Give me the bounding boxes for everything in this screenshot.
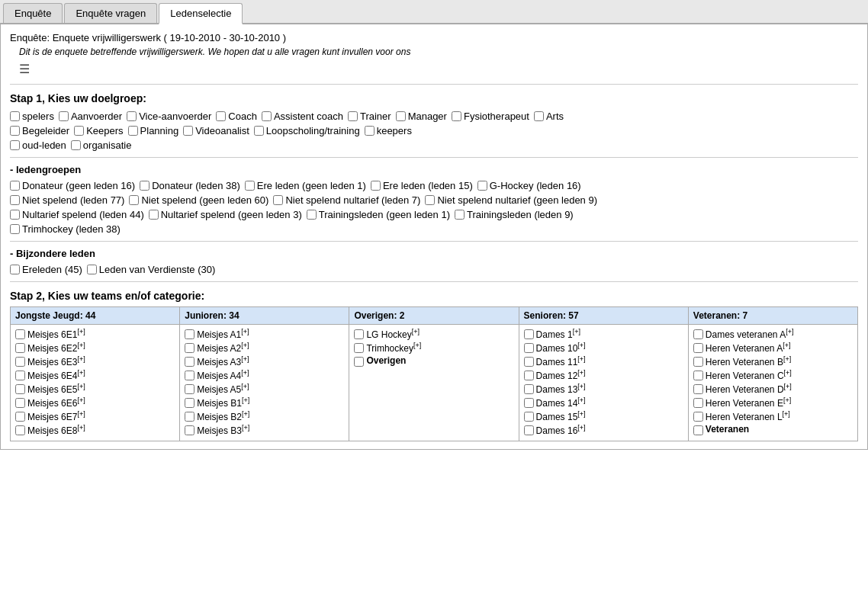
cb-trainingsleden-9[interactable]: Trainingsleden (leden 9) [455,209,574,220]
team-col-jongste-jeugd: Jongste Jeugd: 44 Meisjes 6E1[+] Meisjes… [11,307,180,441]
checkbox-planning[interactable]: Planning [128,125,179,136]
checkbox-loopscholing[interactable]: Loopscholing/training [254,125,360,136]
checkbox-keepers2[interactable]: keepers [365,125,412,136]
teams-grid: Jongste Jeugd: 44 Meisjes 6E1[+] Meisjes… [10,306,858,441]
checkbox-vice-aanvoerder[interactable]: Vice-aanvoerder [127,111,211,122]
divider-4 [10,281,858,282]
list-item: Meisjes 6E4[+] [15,369,175,381]
team-col-body-overigen: LG Hockey[+] Trimhockey[+] Overigen [349,325,518,371]
tab-ledenselectie[interactable]: Ledenselectie [159,3,243,24]
tabs-bar: Enquête Enquête vragen Ledenselectie [0,0,868,24]
list-item: Meisjes B3[+] [185,424,344,436]
team-col-body-junioren: Meisjes A1[+] Meisjes A2[+] Meisjes A3[+… [180,325,349,441]
ledengroepen-row1: Donateur (geen leden 16) Donateur (leden… [10,180,858,191]
list-item: Dames 14[+] [524,396,683,409]
checkbox-fysiotherapeut[interactable]: Fysiotherapeut [452,111,529,122]
list-item: Meisjes 6E7[+] [15,410,175,422]
ledengroepen-row2: Niet spelend (leden 77) Niet spelend (ge… [10,194,858,206]
tab-enquete-vragen[interactable]: Enquête vragen [64,3,157,23]
divider-2 [10,157,858,158]
cb-niet-spelend-77[interactable]: Niet spelend (leden 77) [10,194,124,206]
cb-niet-spelend-nul-7[interactable]: Niet spelend nultarief (leden 7) [273,194,420,206]
list-item: Meisjes 6E2[+] [15,342,175,354]
team-col-header-senioren: Senioren: 57 [519,307,688,325]
list-item: Heren Veteranen A[+] [693,342,853,354]
cb-nul-spelend-3[interactable]: Nultarief spelend (geen leden 3) [149,209,302,220]
list-item: Meisjes B1[+] [185,396,344,409]
main-content: Enquête: Enquete vrijwilligerswerk ( 19-… [0,24,868,450]
team-col-junioren: Junioren: 34 Meisjes A1[+] Meisjes A2[+]… [180,307,349,441]
team-col-body-senioren: Dames 1[+] Dames 10[+] Dames 11[+] Dames… [519,325,688,441]
checkbox-organisatie[interactable]: organisatie [71,140,132,151]
list-item: Meisjes A4[+] [185,369,344,381]
checkbox-spelers[interactable]: spelers [10,111,54,122]
team-col-header-jongste-jeugd: Jongste Jeugd: 44 [11,307,179,325]
list-item: Heren Veteranen E[+] [693,396,853,409]
step2-title: Stap 2, Kies uw teams en/of categorie: [10,290,858,302]
list-item: Meisjes B2[+] [185,410,344,422]
team-col-body-jongste-jeugd: Meisjes 6E1[+] Meisjes 6E2[+] Meisjes 6E… [11,325,179,441]
list-item: Meisjes 6E6[+] [15,396,175,409]
cb-ere-geen[interactable]: Ere leden (geen leden 1) [245,180,366,191]
cb-donateur-leden[interactable]: Donateur (leden 38) [140,180,240,191]
list-item: Meisjes A2[+] [185,342,344,354]
cb-niet-spelend-60[interactable]: Niet spelend (geen leden 60) [129,194,268,206]
checkbox-videoanalist[interactable]: Videoanalist [183,125,249,136]
bijzondere-leden-row: Ereleden (45) Leden van Verdienste (30) [10,264,858,275]
team-col-veteranen: Veteranen: 7 Dames veteranen A[+] Heren … [689,307,857,441]
roles-row2: Begeleider Keepers Planning Videoanalist… [10,125,858,136]
step1-title: Stap 1, Kies uw doelgroep: [10,92,858,104]
list-item: Dames 10[+] [524,342,683,354]
list-item: Heren Veteranen L[+] [693,410,853,422]
cb-ereleden[interactable]: Ereleden (45) [10,264,82,275]
cb-trainingsleden-1[interactable]: Trainingsleden (geen leden 1) [307,209,450,220]
list-item: LG Hockey[+] [354,328,513,340]
list-item: Meisjes 6E3[+] [15,355,175,367]
list-item: Meisjes A5[+] [185,383,344,395]
checkbox-begeleider[interactable]: Begeleider [10,125,69,136]
list-item: Heren Veteranen D[+] [693,383,853,395]
enquete-title: Enquête: Enquete vrijwilligerswerk ( 19-… [10,32,858,43]
tab-enquete[interactable]: Enquête [3,3,63,23]
checkbox-assistent-coach[interactable]: Assistent coach [262,111,343,122]
roles-row1: spelers Aanvoerder Vice-aanvoerder Coach… [10,111,858,122]
cb-trimhockey-38[interactable]: Trimhockey (leden 38) [10,223,121,235]
checkbox-aanvoerder[interactable]: Aanvoerder [59,111,122,122]
checkbox-trainer[interactable]: Trainer [348,111,391,122]
cb-nul-spelend-44[interactable]: Nultarief spelend (leden 44) [10,209,144,220]
list-item: Meisjes 6E1[+] [15,328,175,340]
ledengroepen-title: - ledengroepen [10,164,858,175]
checkbox-keepers[interactable]: Keepers [74,125,123,136]
cb-ghockey[interactable]: G-Hockey (leden 16) [477,180,581,191]
checkbox-manager[interactable]: Manager [396,111,447,122]
list-item: Meisjes 6E5[+] [15,383,175,395]
list-icon: ☰ [19,62,858,76]
cb-leden-verdienste[interactable]: Leden van Verdienste (30) [87,264,216,275]
cb-donateur-geen[interactable]: Donateur (geen leden 16) [10,180,135,191]
list-item: Dames 11[+] [524,355,683,367]
team-col-body-veteranen: Dames veteranen A[+] Heren Veteranen A[+… [689,325,857,440]
list-item: Dames 16[+] [524,424,683,436]
team-col-senioren: Senioren: 57 Dames 1[+] Dames 10[+] Dame… [519,307,689,441]
team-col-overigen: Overigen: 2 LG Hockey[+] Trimhockey[+] O… [349,307,519,441]
team-col-header-veteranen: Veteranen: 7 [689,307,857,325]
team-col-header-overigen: Overigen: 2 [349,307,518,325]
checkbox-oud-leden[interactable]: oud-leden [10,140,66,151]
cb-niet-spelend-nul-9[interactable]: Niet spelend nultarief (geen leden 9) [425,194,597,206]
enquete-description: Dit is de enquete betreffende vrijwillig… [19,47,858,57]
checkbox-arts[interactable]: Arts [534,111,564,122]
list-item: Overigen [354,355,513,367]
cb-ere-leden[interactable]: Ere leden (leden 15) [371,180,473,191]
list-item: Dames 1[+] [524,328,683,340]
list-item: Dames 12[+] [524,369,683,381]
list-item: Meisjes 6E8[+] [15,424,175,436]
list-item: Veteranen [693,424,853,435]
list-item: Dames 13[+] [524,383,683,395]
ledengroepen-row3: Nultarief spelend (leden 44) Nultarief s… [10,209,858,220]
bijzondere-leden-title: - Bijzondere leden [10,248,858,259]
divider-1 [10,84,858,85]
list-item: Trimhockey[+] [354,342,513,354]
checkbox-coach[interactable]: Coach [216,111,257,122]
divider-3 [10,241,858,242]
team-col-header-junioren: Junioren: 34 [180,307,349,325]
